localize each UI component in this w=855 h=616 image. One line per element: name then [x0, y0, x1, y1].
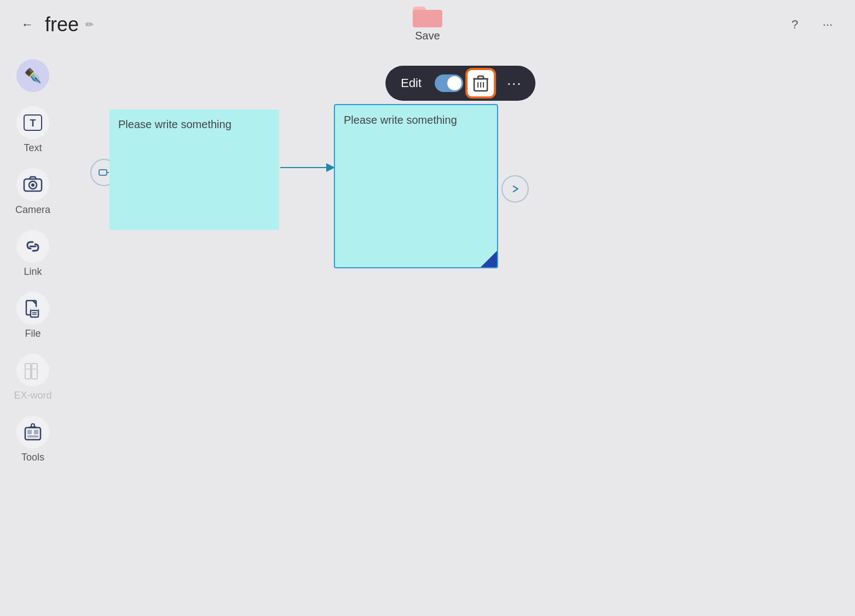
sidebar-item-camera[interactable]: Camera	[5, 164, 60, 220]
file-label: File	[25, 328, 41, 339]
card-corner-fold	[481, 251, 497, 267]
card-right[interactable]: Please write something	[334, 104, 498, 268]
card-right-text: Please write something	[344, 114, 457, 126]
sidebar-item-pen[interactable]: ✒️	[5, 55, 60, 96]
save-label[interactable]: Save	[415, 30, 440, 42]
header-right: ? ···	[784, 14, 839, 36]
text-label: Text	[24, 142, 42, 154]
card-left[interactable]: Please write something	[109, 110, 279, 230]
main-canvas: Edit ··· Please write something	[66, 49, 855, 616]
svg-text:T: T	[30, 118, 36, 129]
svg-rect-20	[34, 430, 38, 434]
back-button[interactable]: ←	[16, 14, 38, 36]
pen-icon: ✒️	[16, 59, 49, 92]
sidebar-item-exword[interactable]: EX-word	[5, 349, 60, 406]
camera-icon	[16, 168, 49, 201]
delete-button[interactable]	[465, 68, 496, 99]
header: ← free ✏ Save ? ···	[0, 0, 855, 49]
help-button[interactable]: ?	[784, 14, 806, 36]
header-left: ← free ✏	[16, 13, 94, 36]
svg-rect-27	[478, 76, 483, 79]
exword-icon	[16, 354, 49, 387]
edit-label: Edit	[390, 76, 432, 90]
tools-icon	[16, 416, 49, 448]
sidebar-item-text[interactable]: T Text	[5, 102, 60, 158]
link-label: Link	[24, 266, 42, 278]
edit-title-icon[interactable]: ✏	[85, 19, 94, 31]
arrow-connector	[280, 167, 335, 168]
camera-label: Camera	[15, 204, 50, 216]
sidebar-item-tools[interactable]: Tools	[5, 411, 60, 468]
svg-point-22	[31, 424, 34, 427]
file-icon	[16, 292, 49, 325]
text-icon: T	[16, 106, 49, 139]
svg-rect-1	[413, 10, 425, 16]
sidebar: ✒️ T Text Camera L	[0, 0, 66, 616]
svg-rect-14	[25, 364, 31, 379]
svg-point-6	[31, 183, 34, 187]
edit-toolbar: Edit ···	[385, 66, 535, 101]
card-left-text: Please write something	[118, 118, 232, 131]
sidebar-item-link[interactable]: Link	[5, 226, 60, 282]
save-area: Save	[413, 4, 442, 42]
link-icon	[16, 230, 49, 263]
toggle-knob	[447, 76, 461, 90]
more-options-button[interactable]: ···	[817, 14, 839, 36]
exword-label: EX-word	[14, 390, 51, 401]
tools-label: Tools	[21, 452, 44, 463]
svg-rect-15	[32, 364, 37, 379]
page-title: free	[45, 13, 79, 36]
nav-right-button[interactable]	[501, 175, 529, 203]
toggle-switch[interactable]	[435, 74, 463, 92]
arrow-line	[280, 167, 326, 168]
toolbar-more-button[interactable]: ···	[498, 75, 531, 92]
svg-rect-21	[27, 435, 38, 437]
sidebar-item-file[interactable]: File	[5, 287, 60, 344]
svg-rect-31	[99, 170, 107, 175]
svg-rect-19	[27, 430, 32, 434]
save-folder-icon[interactable]	[413, 4, 442, 27]
